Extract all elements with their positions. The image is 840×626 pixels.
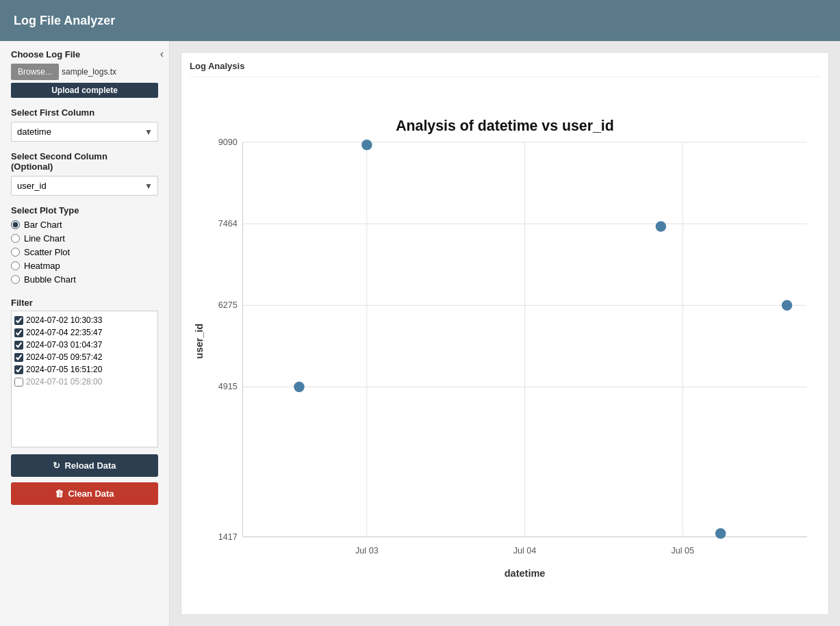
filter-item-label-1: 2024-07-02 10:30:33: [26, 315, 102, 325]
svg-text:user_id: user_id: [194, 324, 205, 359]
second-column-dropdown-wrap: user_id datetime action ip_address ▼: [11, 176, 158, 196]
upload-status-bar: Upload complete: [11, 83, 158, 98]
filter-item-label-4: 2024-07-05 09:57:42: [26, 352, 102, 362]
filter-checkbox-6[interactable]: [14, 378, 23, 387]
svg-text:Analysis of datetime vs user_i: Analysis of datetime vs user_id: [396, 118, 614, 134]
svg-text:4915: 4915: [218, 382, 238, 391]
chart-card-title: Log Analysis: [190, 61, 820, 77]
filename-display: sample_logs.tx: [62, 67, 116, 77]
browse-button[interactable]: Browse...: [11, 64, 59, 80]
plot-type-line[interactable]: Line Chart: [11, 233, 158, 244]
data-point-4: [782, 300, 793, 311]
chart-svg: Analysis of datetime vs user_id: [190, 83, 820, 606]
file-section: Choose Log File Browse... sample_logs.tx…: [11, 49, 158, 98]
plot-type-scatter-label: Scatter Plot: [24, 247, 70, 257]
filter-item-label-3: 2024-07-03 01:04:37: [26, 340, 102, 350]
chart-card: Log Analysis Analysis of datetime vs use…: [181, 52, 829, 615]
filter-box[interactable]: 2024-07-02 10:30:33 2024-07-04 22:35:47 …: [11, 311, 158, 447]
filter-item-label-6: 2024-07-01 05:28:00: [26, 377, 102, 387]
first-column-label: Select First Column: [11, 107, 158, 118]
second-column-section: Select Second Column(Optional) user_id d…: [11, 151, 158, 196]
plot-type-heatmap[interactable]: Heatmap: [11, 261, 158, 271]
filter-label: Filter: [11, 298, 158, 308]
reload-button-label: Reload Data: [64, 460, 116, 471]
reload-button[interactable]: ↻ Reload Data: [11, 454, 158, 477]
second-column-label: Select Second Column(Optional): [11, 151, 158, 172]
svg-text:datetime: datetime: [505, 568, 546, 579]
filter-item-6[interactable]: 2024-07-01 05:28:00: [14, 376, 155, 388]
trash-icon: 🗑: [55, 488, 64, 499]
plot-type-bar-radio[interactable]: [11, 220, 20, 229]
data-point-2: [294, 382, 305, 393]
first-column-section: Select First Column datetime user_id act…: [11, 107, 158, 142]
plot-type-scatter[interactable]: Scatter Plot: [11, 247, 158, 257]
chart-area: Analysis of datetime vs user_id: [190, 83, 820, 606]
first-column-dropdown-wrap: datetime user_id action ip_address ▼: [11, 122, 158, 142]
clean-button[interactable]: 🗑 Clean Data: [11, 482, 158, 505]
reload-icon: ↻: [53, 460, 60, 471]
svg-text:7464: 7464: [218, 219, 238, 229]
first-column-select[interactable]: datetime user_id action ip_address: [11, 122, 158, 142]
svg-text:Jul 05: Jul 05: [672, 546, 695, 556]
plot-type-scatter-radio[interactable]: [11, 248, 20, 257]
svg-text:Jul 04: Jul 04: [513, 546, 537, 556]
filter-checkbox-4[interactable]: [14, 353, 23, 362]
plot-type-line-radio[interactable]: [11, 234, 20, 243]
main-content: Log Analysis Analysis of datetime vs use…: [170, 41, 840, 626]
filter-item-label-2: 2024-07-04 22:35:47: [26, 328, 102, 337]
filter-item-label-5: 2024-07-05 16:51:20: [26, 365, 102, 374]
filter-checkbox-3[interactable]: [14, 341, 23, 350]
plot-type-line-label: Line Chart: [24, 233, 65, 244]
plot-type-section: Select Plot Type Bar Chart Line Chart Sc…: [11, 205, 158, 288]
plot-type-heatmap-radio[interactable]: [11, 261, 20, 270]
filter-item-5[interactable]: 2024-07-05 16:51:20: [14, 363, 155, 376]
collapse-button[interactable]: ‹: [160, 48, 164, 60]
plot-type-bubble-label: Bubble Chart: [24, 274, 76, 285]
sidebar: ‹ Choose Log File Browse... sample_logs.…: [0, 41, 170, 626]
plot-type-label: Select Plot Type: [11, 205, 158, 216]
data-point-5: [715, 528, 726, 539]
filter-item-2[interactable]: 2024-07-04 22:35:47: [14, 326, 155, 339]
filter-item-1[interactable]: 2024-07-02 10:30:33: [14, 314, 155, 326]
plot-type-bubble[interactable]: Bubble Chart: [11, 274, 158, 285]
data-point-1: [361, 140, 372, 151]
file-row: Browse... sample_logs.tx: [11, 64, 158, 80]
filter-item-3[interactable]: 2024-07-03 01:04:37: [14, 339, 155, 351]
app-header: Log File Analyzer: [0, 0, 840, 41]
file-section-label: Choose Log File: [11, 49, 158, 60]
svg-text:9090: 9090: [218, 138, 238, 147]
plot-type-heatmap-label: Heatmap: [24, 261, 60, 271]
second-column-select[interactable]: user_id datetime action ip_address: [11, 176, 158, 196]
filter-checkbox-5[interactable]: [14, 365, 23, 374]
clean-button-label: Clean Data: [68, 488, 114, 499]
svg-text:1417: 1417: [218, 532, 238, 542]
svg-text:Jul 03: Jul 03: [355, 546, 379, 556]
filter-checkbox-2[interactable]: [14, 328, 23, 337]
data-point-3: [656, 221, 667, 232]
filter-item-4[interactable]: 2024-07-05 09:57:42: [14, 351, 155, 363]
plot-type-bubble-radio[interactable]: [11, 275, 20, 284]
plot-type-bar-label: Bar Chart: [24, 220, 62, 230]
filter-checkbox-1[interactable]: [14, 316, 23, 325]
plot-type-bar[interactable]: Bar Chart: [11, 220, 158, 230]
app-title: Log File Analyzer: [14, 14, 115, 28]
svg-text:6275: 6275: [218, 300, 238, 310]
